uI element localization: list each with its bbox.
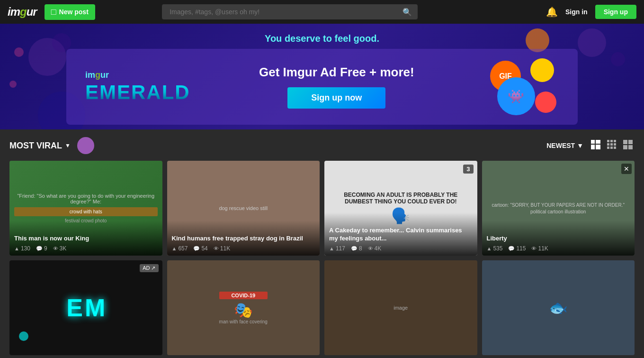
promo-headline: Get Imgur Ad Free + more! <box>259 65 414 80</box>
post-card[interactable]: cartoon: "SORRY, BUT YOUR PAPERS ARE NOT… <box>482 161 635 256</box>
imgur-logo[interactable]: imgur <box>8 5 37 18</box>
viral-indicator <box>77 137 94 154</box>
view-detailed-button[interactable] <box>589 139 602 153</box>
notification-icon[interactable]: 🔔 <box>546 6 558 18</box>
post-card[interactable]: image <box>324 260 477 355</box>
svg-rect-15 <box>623 145 627 149</box>
nav-right: 🔔 Sign in Sign up <box>546 5 636 19</box>
view-count: 👁 4K <box>368 245 382 252</box>
album-badge: 3 <box>463 165 473 174</box>
post-card[interactable]: BECOMING AN ADULT IS PROBABLY THE DUMBES… <box>324 161 477 256</box>
promo-emerald-text: EMERALD <box>85 81 190 104</box>
svg-rect-0 <box>591 140 595 144</box>
comment-icon: 💬 <box>508 246 515 252</box>
red-circle <box>535 92 556 113</box>
svg-rect-12 <box>614 147 616 149</box>
upvote-count: ▲ 535 <box>487 245 503 252</box>
post-overlay: Kind humans free trapped stray dog in Br… <box>167 220 320 256</box>
post-overlay: A Cakeday to remember... Calvin summaris… <box>324 212 477 256</box>
post-thumbnail: 🐟 <box>482 260 635 355</box>
view-count: 👁 11K <box>214 245 230 252</box>
view-icon: 👁 <box>531 246 537 251</box>
upvote-icon: ▲ <box>14 246 19 251</box>
sign-up-button[interactable]: Sign up <box>595 5 636 19</box>
new-post-button[interactable]: □ New post <box>45 4 95 20</box>
signup-now-button[interactable]: Sign up now <box>287 87 385 109</box>
post-title: Kind humans free trapped stray dog in Br… <box>172 235 315 243</box>
svg-rect-6 <box>614 140 616 142</box>
post-stats: ▲ 117 💬 8 👁 4K <box>329 245 473 252</box>
post-card[interactable]: "Friend: "So what are you going to do wi… <box>9 161 162 256</box>
comment-icon: 💬 <box>193 246 200 252</box>
comment-icon: 💬 <box>351 246 358 252</box>
svg-rect-3 <box>596 145 600 149</box>
plus-icon: □ <box>51 7 56 17</box>
navbar: imgur □ New post 🔍 🔔 Sign in Sign up <box>0 0 644 24</box>
svg-rect-9 <box>614 143 616 146</box>
post-card[interactable]: E M AD ↗ <box>9 260 162 355</box>
post-stats: ▲ 130 💬 9 👁 3K <box>14 245 158 252</box>
upvote-icon: ▲ <box>329 246 334 251</box>
ad-badge: AD ↗ <box>140 264 158 272</box>
post-stats: ▲ 657 💬 54 👁 11K <box>172 245 315 252</box>
post-title: Liberty <box>487 235 630 243</box>
upvote-count: ▲ 657 <box>172 245 188 252</box>
svg-rect-13 <box>623 140 627 144</box>
newest-button[interactable]: NEWEST ▼ <box>546 142 583 149</box>
svg-rect-10 <box>607 147 609 149</box>
post-thumbnail: image <box>324 260 477 355</box>
svg-rect-2 <box>591 145 595 149</box>
promo-banner: You deserve to feel good. imgur EMERALD … <box>0 24 644 129</box>
view-list-button[interactable] <box>621 139 635 153</box>
svg-rect-1 <box>596 140 600 144</box>
close-button[interactable]: ✕ <box>621 164 632 174</box>
view-grid-button[interactable] <box>605 139 618 153</box>
comment-icon: 💬 <box>36 246 43 252</box>
content-area: MOST VIRAL ▼ NEWEST ▼ <box>0 129 644 358</box>
upvote-count: ▲ 130 <box>14 245 30 252</box>
post-thumbnail: COVID-19 🎭 man with face covering <box>167 260 320 355</box>
upvote-icon: ▲ <box>172 246 177 251</box>
view-icon: 👁 <box>214 246 219 251</box>
svg-rect-14 <box>628 140 633 144</box>
post-card[interactable]: COVID-19 🎭 man with face covering <box>167 260 320 355</box>
promo-logo-text: imgur <box>85 70 190 80</box>
view-icon: 👁 <box>53 246 58 251</box>
post-overlay: Liberty ▲ 535 💬 115 👁 11K <box>482 220 635 256</box>
svg-rect-8 <box>610 143 613 146</box>
sort-left: MOST VIRAL ▼ <box>9 137 94 154</box>
svg-rect-4 <box>607 140 609 142</box>
post-card[interactable]: dog rescue video still Kind humans free … <box>167 161 320 256</box>
yellow-circle <box>530 58 554 82</box>
comment-count: 💬 9 <box>36 245 47 252</box>
post-overlay: This man is now our King ▲ 130 💬 9 👁 3K <box>9 220 162 256</box>
promo-mascot: GIF 👾 <box>483 58 559 115</box>
comment-count: 💬 115 <box>508 245 526 252</box>
view-icon: 👁 <box>368 246 373 251</box>
promo-inner: imgur EMERALD Get Imgur Ad Free + more! … <box>66 49 578 125</box>
comment-count: 💬 8 <box>351 245 362 252</box>
search-icon: 🔍 <box>402 8 412 17</box>
promo-left: imgur EMERALD <box>85 70 190 104</box>
search-bar: 🔍 <box>162 4 418 19</box>
post-title: This man is now our King <box>14 235 158 243</box>
svg-rect-11 <box>610 147 613 149</box>
promo-center: Get Imgur Ad Free + more! Sign up now <box>259 65 414 109</box>
svg-rect-7 <box>607 143 609 146</box>
search-input[interactable] <box>162 4 418 19</box>
comment-count: 💬 54 <box>193 245 207 252</box>
newest-dropdown-icon: ▼ <box>577 142 583 149</box>
view-count: 👁 3K <box>53 245 67 252</box>
svg-rect-16 <box>628 145 633 149</box>
svg-rect-5 <box>610 140 613 142</box>
posts-grid: "Friend: "So what are you going to do wi… <box>9 161 635 355</box>
most-viral-button[interactable]: MOST VIRAL ▼ <box>9 137 94 154</box>
view-buttons <box>589 139 635 153</box>
sign-in-button[interactable]: Sign in <box>565 8 588 16</box>
upvote-count: ▲ 117 <box>329 245 345 252</box>
post-card[interactable]: 🐟 <box>482 260 635 355</box>
mascot-circle: 👾 <box>497 77 535 115</box>
upvote-icon: ▲ <box>487 246 492 251</box>
post-stats: ▲ 535 💬 115 👁 11K <box>487 245 630 252</box>
most-viral-dropdown-icon: ▼ <box>65 142 71 149</box>
